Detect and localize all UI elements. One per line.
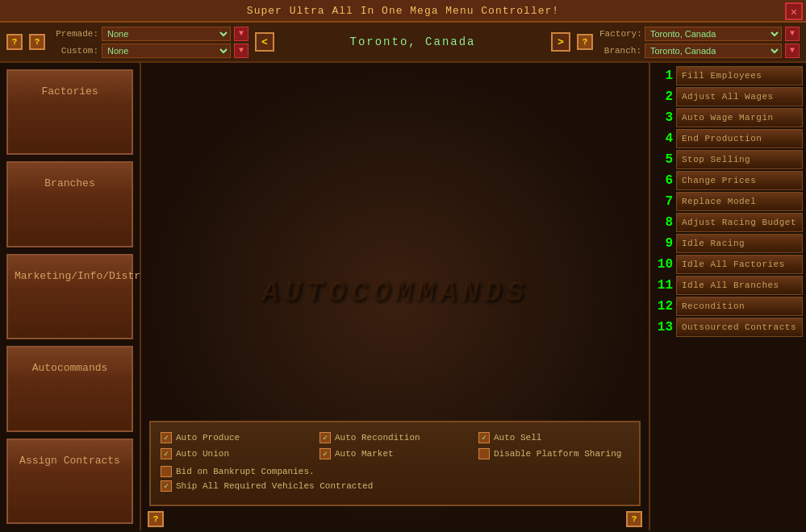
watermark-text: AUTOCOMMANDS xyxy=(261,276,528,310)
command-2-button[interactable]: 2Adjust All Wages xyxy=(654,87,803,106)
command-1-label: Fill Employees xyxy=(676,66,803,85)
location-display: Toronto, Canada xyxy=(281,35,545,48)
ship-required-row: Ship All Required Vehicles Contracted xyxy=(161,480,629,492)
sidebar-item-marketing[interactable]: Marketing/Info/Districts xyxy=(6,254,133,339)
command-6-button[interactable]: 6Change Prices xyxy=(654,171,803,190)
command-10-button[interactable]: 10Idle All Factories xyxy=(654,255,803,274)
command-7-label: Replace Model xyxy=(676,192,803,211)
auto-market-label: Auto Market xyxy=(335,449,394,459)
premade-label: Premade: xyxy=(52,29,98,39)
sidebar-item-branches[interactable]: Branches xyxy=(6,161,133,247)
factory-label: Factory: xyxy=(599,29,641,39)
window-title: Super Ultra All In One Mega Menu Control… xyxy=(247,5,559,17)
left-sidebar: Factories Branches Marketing/Info/Distri… xyxy=(0,63,141,530)
branch-dropdown-arrow[interactable]: ▼ xyxy=(785,44,800,58)
command-8-number: 8 xyxy=(654,215,676,230)
command-11-number: 11 xyxy=(654,278,676,293)
sidebar-item-autocommands[interactable]: Autocommands xyxy=(6,346,133,431)
command-2-number: 2 xyxy=(654,89,676,104)
ship-required-label: Ship All Required Vehicles Contracted xyxy=(176,481,373,491)
branch-row: Branch: Toronto, Canada ▼ xyxy=(599,44,800,58)
title-bar: Super Ultra All In One Mega Menu Control… xyxy=(0,0,806,23)
command-2-label: Adjust All Wages xyxy=(676,87,803,106)
auto-union-checkbox[interactable] xyxy=(161,448,172,459)
close-button[interactable]: ✕ xyxy=(785,2,803,20)
command-3-label: Auto Wage Margin xyxy=(676,108,803,127)
command-1-button[interactable]: 1Fill Employees xyxy=(654,66,803,85)
help-button-2[interactable]: ? xyxy=(29,34,45,50)
sidebar-item-factories[interactable]: Factories xyxy=(6,69,133,155)
custom-row: Custom: None ▼ xyxy=(52,44,248,58)
auto-recondition-label: Auto Recondition xyxy=(335,433,420,443)
premade-row: Premade: None ▼ xyxy=(52,27,248,41)
command-13-label: Outsourced Contracts xyxy=(676,318,803,337)
command-12-button[interactable]: 12Recondition xyxy=(654,297,803,316)
premade-dropdown-arrow[interactable]: ▼ xyxy=(234,27,248,41)
command-7-button[interactable]: 7Replace Model xyxy=(654,192,803,211)
command-8-button[interactable]: 8Adjust Racing Budget xyxy=(654,213,803,232)
command-10-number: 10 xyxy=(654,257,676,272)
auto-sell-item: Auto Sell xyxy=(478,432,629,443)
auto-produce-item: Auto Produce xyxy=(161,432,311,443)
command-4-button[interactable]: 4End Production xyxy=(654,129,803,148)
premade-select[interactable]: None xyxy=(102,27,231,41)
command-9-number: 9 xyxy=(654,236,676,251)
command-10-label: Idle All Factories xyxy=(676,255,803,274)
auto-grid: Auto Produce Auto Recondition Auto Sell … xyxy=(161,432,629,459)
custom-select[interactable]: None xyxy=(102,44,231,58)
branch-label: Branch: xyxy=(599,46,641,56)
bottom-help-left-container: ? xyxy=(148,511,164,527)
auto-produce-label: Auto Produce xyxy=(176,433,240,443)
bid-bankrupt-label: Bid on Bankrupt Companies. xyxy=(176,467,315,476)
command-9-label: Idle Racing xyxy=(676,234,803,253)
bid-bankrupt-checkbox[interactable] xyxy=(161,466,172,477)
help-button-1[interactable]: ? xyxy=(6,34,23,50)
command-3-button[interactable]: 3Auto Wage Margin xyxy=(654,108,803,127)
factory-row: Factory: Toronto, Canada ▼ xyxy=(599,27,800,41)
disable-platform-checkbox[interactable] xyxy=(478,448,490,459)
command-12-number: 12 xyxy=(654,299,676,314)
auto-union-item: Auto Union xyxy=(161,448,311,459)
command-7-number: 7 xyxy=(654,194,676,209)
center-area: AUTOCOMMANDS Auto Produce Auto Reconditi… xyxy=(141,63,649,530)
command-4-label: End Production xyxy=(676,129,803,148)
right-sidebar-commands: 1Fill Employees2Adjust All Wages3Auto Wa… xyxy=(649,63,806,530)
auto-market-item: Auto Market xyxy=(319,448,470,459)
ship-required-checkbox[interactable] xyxy=(161,480,172,492)
auto-sell-checkbox[interactable] xyxy=(478,432,490,443)
auto-recondition-checkbox[interactable] xyxy=(319,432,331,443)
command-3-number: 3 xyxy=(654,110,676,125)
bottom-help-right-container: ? xyxy=(626,511,642,527)
controls-bar: ? ? Premade: None ▼ Custom: None ▼ < Tor… xyxy=(0,23,806,63)
command-13-number: 13 xyxy=(654,320,676,335)
custom-dropdown-arrow[interactable]: ▼ xyxy=(234,44,248,58)
disable-platform-label: Disable Platform Sharing xyxy=(494,449,621,459)
auto-recondition-item: Auto Recondition xyxy=(319,432,470,443)
branch-select[interactable]: Toronto, Canada xyxy=(645,44,782,58)
nav-next-button[interactable]: > xyxy=(551,32,570,52)
command-5-label: Stop Selling xyxy=(676,150,803,169)
disable-platform-item: Disable Platform Sharing xyxy=(478,448,629,459)
command-5-button[interactable]: 5Stop Selling xyxy=(654,150,803,169)
nav-prev-button[interactable]: < xyxy=(255,32,274,52)
bottom-help-left-button[interactable]: ? xyxy=(148,511,164,527)
command-6-label: Change Prices xyxy=(676,171,803,190)
main-area: Factories Branches Marketing/Info/Distri… xyxy=(0,63,806,530)
command-6-number: 6 xyxy=(654,173,676,188)
factory-dropdown-arrow[interactable]: ▼ xyxy=(785,27,800,41)
auto-produce-checkbox[interactable] xyxy=(161,432,172,443)
auto-union-label: Auto Union xyxy=(176,449,229,459)
command-9-button[interactable]: 9Idle Racing xyxy=(654,234,803,253)
custom-label: Custom: xyxy=(52,46,98,56)
command-11-button[interactable]: 11Idle All Branches xyxy=(654,276,803,295)
sidebar-item-assign-contracts[interactable]: Assign Contracts xyxy=(6,438,133,524)
command-8-label: Adjust Racing Budget xyxy=(676,213,803,232)
command-12-label: Recondition xyxy=(676,297,803,316)
help-nav-button[interactable]: ? xyxy=(577,34,593,50)
auto-market-checkbox[interactable] xyxy=(319,448,331,459)
auto-sell-label: Auto Sell xyxy=(494,433,541,443)
bottom-help-right-button[interactable]: ? xyxy=(626,511,642,527)
factory-branch-controls: Factory: Toronto, Canada ▼ Branch: Toron… xyxy=(599,27,800,58)
command-13-button[interactable]: 13Outsourced Contracts xyxy=(654,318,803,337)
factory-select[interactable]: Toronto, Canada xyxy=(645,27,782,41)
